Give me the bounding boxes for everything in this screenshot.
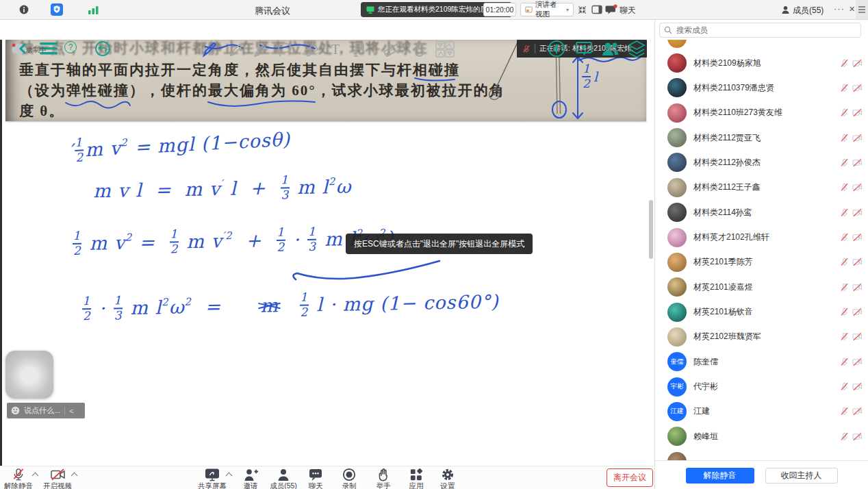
leave-meeting-button[interactable]: 离开会议: [607, 468, 653, 487]
share-screen-button[interactable]: 共享屏幕: [193, 468, 231, 489]
member-camera-muted-icon[interactable]: [852, 382, 863, 391]
reclaim-host-button[interactable]: 收回主持人: [765, 468, 838, 484]
quick-chat-bar[interactable]: 说点什么... <: [7, 403, 85, 418]
start-video-button[interactable]: 开启视频: [38, 468, 77, 489]
member-mic-muted-icon[interactable]: [840, 134, 849, 142]
layers-icon[interactable]: [627, 40, 646, 58]
member-row[interactable]: 材料类2112贾亚飞: [655, 125, 868, 150]
member-row-partial[interactable]: [655, 40, 868, 51]
chat-button[interactable]: 聊天: [296, 468, 335, 489]
whiteboard-scrollbar[interactable]: [649, 200, 653, 259]
panel-divider: [654, 19, 655, 489]
chat-panel-icon[interactable]: [605, 4, 617, 16]
member-camera-muted-icon[interactable]: [852, 407, 863, 416]
participants-icon[interactable]: [601, 40, 620, 57]
member-camera-muted-icon[interactable]: [852, 208, 863, 217]
member-row[interactable]: 材料类2112王子鑫: [655, 175, 868, 200]
member-row[interactable]: 奎儒陈奎儒: [655, 349, 868, 374]
highlighter-tool[interactable]: [251, 40, 269, 58]
member-camera-muted-icon[interactable]: [852, 258, 863, 266]
unmute-all-button[interactable]: 解除静音: [686, 468, 754, 484]
member-mic-muted-icon[interactable]: [840, 382, 849, 391]
quick-chat-placeholder[interactable]: 说点什么...: [24, 405, 60, 416]
member-mic-muted-icon[interactable]: [840, 233, 849, 242]
member-row[interactable]: 材料类2110班273黄友维: [655, 101, 868, 125]
fullscreen-toggle-icon[interactable]: [577, 5, 587, 15]
annotation-add-icon[interactable]: [575, 40, 593, 58]
panel-menu-icon[interactable]: [856, 0, 868, 19]
app-title: 腾讯会议: [255, 5, 290, 17]
collapse-chat-icon[interactable]: <: [69, 407, 73, 415]
member-mic-muted-icon[interactable]: [840, 208, 849, 217]
member-camera-muted-icon[interactable]: [852, 108, 863, 117]
member-mic-muted-icon[interactable]: [840, 407, 849, 416]
members-panel-icon[interactable]: [780, 5, 791, 15]
info-icon[interactable]: [19, 5, 29, 14]
member-row[interactable]: 材英2102班魏贤军: [655, 325, 868, 349]
member-camera-muted-icon[interactable]: [852, 332, 863, 341]
member-camera-muted-icon[interactable]: [852, 432, 863, 441]
view-mode-button[interactable]: 演讲者视图 ▾: [520, 3, 574, 16]
pointer-flag-tool[interactable]: [349, 40, 367, 58]
member-row[interactable]: 材料类2110379潘忠贤: [655, 75, 868, 100]
network-signal-icon[interactable]: [88, 5, 100, 14]
member-row[interactable]: 材英2101凌嘉煜: [655, 275, 868, 299]
ruler-tool[interactable]: [382, 40, 405, 58]
view-mode-caret-icon: ▾: [566, 7, 569, 13]
member-row[interactable]: 材英2101杨钦音: [655, 300, 868, 325]
tool-options-dot-icon[interactable]: ·: [374, 47, 376, 54]
member-mic-muted-icon[interactable]: [840, 358, 849, 366]
member-search-input[interactable]: [659, 23, 861, 38]
member-row[interactable]: 材料类2112孙俊杰: [655, 150, 868, 175]
member-row[interactable]: 材料类2109杨家旭: [655, 51, 868, 75]
text-tool[interactable]: T: [327, 40, 344, 58]
settings-button[interactable]: 设置: [429, 468, 467, 489]
member-row[interactable]: 赖峰垣: [655, 424, 868, 449]
member-camera-muted-icon[interactable]: [852, 308, 863, 316]
member-mic-muted-icon[interactable]: [840, 108, 849, 117]
record-button[interactable]: 录制: [330, 468, 368, 489]
lasso-select-tool[interactable]: [275, 40, 293, 58]
chat-panel-label[interactable]: 聊天: [620, 5, 636, 16]
close-panel-icon[interactable]: ✕: [849, 5, 855, 14]
member-row[interactable]: 江建江建: [655, 399, 868, 424]
pencil-tool[interactable]: [227, 40, 244, 58]
member-row[interactable]: 材英2101季陈芳: [655, 250, 868, 275]
emoji-icon[interactable]: [11, 406, 20, 415]
member-mic-muted-icon[interactable]: [840, 59, 849, 68]
member-mic-muted-icon[interactable]: [840, 332, 849, 341]
member-mic-muted-icon[interactable]: [840, 183, 849, 192]
member-camera-muted-icon[interactable]: [852, 59, 863, 68]
eraser-tool[interactable]: [302, 40, 320, 58]
more-options-icon[interactable]: ···: [834, 3, 845, 14]
member-camera-muted-icon[interactable]: [852, 283, 863, 292]
member-row[interactable]: 材料类2114孙鸾: [655, 200, 868, 225]
member-mic-muted-icon[interactable]: [840, 283, 849, 292]
member-row-partial[interactable]: [655, 449, 868, 460]
undo-icon[interactable]: [94, 40, 111, 57]
member-mic-muted-icon[interactable]: [840, 258, 849, 266]
member-row[interactable]: 宇彬代宇彬: [655, 375, 868, 399]
help-icon[interactable]: ?: [64, 41, 77, 53]
member-mic-muted-icon[interactable]: [840, 84, 849, 92]
member-row[interactable]: 材料英才2102孔维轩: [655, 225, 868, 250]
mic-control-icon[interactable]: [548, 40, 565, 58]
members-panel-label[interactable]: 成员(55): [793, 5, 824, 16]
member-mic-muted-icon[interactable]: [840, 308, 849, 316]
self-video-thumbnail[interactable]: [5, 351, 53, 399]
pen-tool[interactable]: [201, 40, 218, 58]
sidebar-toggle-icon[interactable]: [591, 5, 602, 14]
member-camera-muted-icon[interactable]: [852, 233, 863, 242]
member-camera-muted-icon[interactable]: [852, 134, 863, 142]
member-mic-muted-icon[interactable]: [840, 432, 849, 441]
shield-icon[interactable]: [51, 3, 63, 16]
member-avatar: 奎儒: [667, 352, 687, 371]
unmute-button[interactable]: 解除静音: [0, 468, 38, 489]
member-camera-muted-icon[interactable]: [852, 358, 863, 366]
member-mic-muted-icon[interactable]: [840, 158, 849, 167]
member-camera-muted-icon[interactable]: [852, 84, 863, 92]
hand-select-tool[interactable]: [411, 40, 429, 58]
member-camera-muted-icon[interactable]: [852, 183, 863, 192]
member-camera-muted-icon[interactable]: [852, 158, 863, 167]
gallery-tool[interactable]: [434, 40, 456, 58]
